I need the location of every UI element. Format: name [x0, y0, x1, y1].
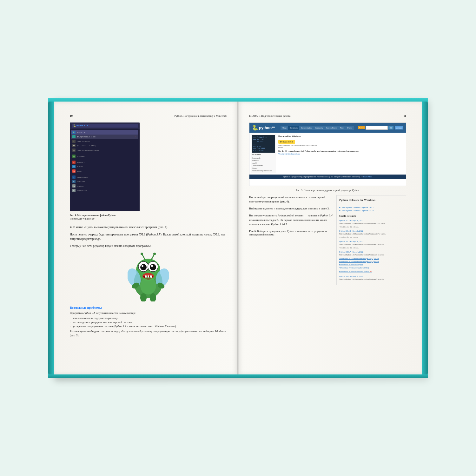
screenshot-title: 🐍 Python 3.10: [72, 124, 138, 128]
book-bottom-edge: [48, 374, 428, 378]
search-input[interactable]: [366, 126, 388, 130]
start-menu-item-scribus: Sc Scribus 1.4.6: [71, 179, 138, 184]
simplyges-grid-label: Simplyges Grid: [77, 190, 87, 191]
nav-community[interactable]: Community: [313, 126, 325, 130]
download-note-1: Note that Python 3.9+ cannot be used on …: [278, 144, 404, 147]
latest-python2-link[interactable]: ▪ Latest Python 2 Release - Python 2.7.1…: [339, 209, 403, 212]
svg-point-22: [153, 253, 156, 255]
py64-icon: P: [72, 140, 76, 143]
python-31006-link[interactable]: Python 3.10.6 - Aug. 2, 2022: [339, 275, 403, 278]
python-31007-note: Note that Python 3.10.7 cannot be used o…: [339, 254, 403, 256]
windows-text: Windows: [215, 330, 225, 333]
moddocs-label: Python 3.10 Module Docs (64-bit): [77, 149, 99, 151]
problem-2: несовпадение с разрядностью или версией …: [70, 320, 227, 324]
start-menu-screenshot: 🐍 Python 3.10 🐍 Python 3.10 I IDLE (Pyth…: [70, 122, 140, 211]
stable-releases-title: Stable Releases: [339, 214, 403, 218]
idle-text: IDLE: [139, 233, 145, 236]
svg-point-7: [151, 265, 153, 267]
download-embed64-link[interactable]: • Download Windows embeddable package (6…: [339, 260, 403, 263]
menu-divider-1: [72, 153, 137, 153]
python-3814-link[interactable]: Python 3.8.14 - Sept. 6, 2022: [339, 229, 403, 233]
raspberry-label: Raspberry Pi: [77, 162, 85, 163]
manuals-icon: M: [72, 144, 76, 147]
download-installer32-link[interactable]: • Download Windows installer (32-bit): [339, 267, 403, 269]
python-3814-note: Note that Python 3.8.14 cannot be used o…: [339, 233, 403, 235]
alternative-item[interactable]: Alternative Implementations: [252, 169, 275, 172]
python-italic-1: Python: [278, 214, 286, 217]
book-left-spine: [48, 102, 54, 374]
problems-conclusion: В этом случае необходимо открыть вкладку…: [70, 329, 227, 338]
python-3714-link[interactable]: Python 3.7.14 - Sept. 6, 2022: [339, 219, 403, 222]
samsung-label: Samsung Printers: [77, 176, 88, 178]
socialize-button[interactable]: socialize: [395, 126, 403, 129]
fig6-caption-bold: Рис. 6.: [249, 230, 256, 233]
step4-intro: В меню «Пуск» вы можете увидеть иконки н…: [73, 226, 168, 229]
search-button[interactable]: GO: [388, 126, 393, 129]
code-line-6: >>> fib(10000: [253, 147, 274, 149]
learn-more-link[interactable]: Learn More: [363, 176, 372, 178]
idle-arrow: ←: [135, 136, 137, 138]
step4-para2: Теперь у нас есть редактор кода и можно …: [70, 244, 227, 248]
donate-button[interactable]: Donate: [358, 126, 365, 129]
nav-news[interactable]: News: [339, 126, 346, 130]
source-code-item[interactable]: Source code: [252, 157, 275, 159]
other-platforms-item[interactable]: Other Platforms: [252, 164, 275, 167]
code-display: >>> Python 3... >>> def fib( ... while t…: [252, 135, 275, 153]
python-3814-no-files: • No files for this release.: [339, 236, 403, 239]
windows-item[interactable]: Windows: [252, 159, 275, 162]
download-help-link[interactable]: • Download Windows help file: [339, 263, 403, 266]
problems-intro: Программа Python 3.X не устанавливается …: [70, 311, 227, 315]
problem-1: имя пользователя содержит кириллицу;: [70, 316, 227, 320]
fig4-caption-bold: Рис. 4. Месторасположение файлов Python.: [70, 214, 116, 217]
view-list-link[interactable]: View the full list of downloads.: [278, 153, 404, 155]
simplyges-label: Simplyges: [77, 185, 83, 187]
nav-documentation[interactable]: Documentation: [299, 126, 313, 130]
nav-downloads[interactable]: Downloads: [288, 126, 299, 130]
idle-icon: I: [72, 135, 76, 138]
step4-number: 4.: [70, 225, 72, 229]
body-para-1: После выбора операционной системы появит…: [249, 195, 333, 204]
nav-about[interactable]: About: [281, 126, 288, 130]
download-installer64-link[interactable]: • Download Windows installer (64-bit): [339, 270, 403, 274]
screenshot-header: 🐍 Python 3.10: [70, 122, 140, 129]
stable-releases-section: Stable Releases Python 3.7.14 - Sept. 6,…: [339, 214, 403, 280]
license-item[interactable]: License: [252, 167, 275, 169]
svg-point-18: [140, 277, 156, 294]
step4-para1: Нас в первую очередь будет интересовать …: [70, 232, 227, 241]
python-logo: 🐍 python™: [252, 125, 275, 131]
book-right-spine: [422, 102, 428, 374]
nav-links: About Downloads Documentation Community …: [281, 126, 354, 130]
python-footer: Python is a programming language that le…: [249, 175, 406, 179]
latest-python3-link[interactable]: ▪ Latest Python 3 Release - Python 3.10.…: [339, 206, 403, 209]
start-menu-item-manuals: M Python 3.10 Manuals (64-bit): [71, 143, 138, 148]
left-page: 10 Python. Погружение в математику с Min…: [54, 102, 238, 374]
fig5-caption: Рис. 5. Поиск и установка других версий …: [249, 188, 406, 192]
start-menu-panel: 🐍 Python 3.10 I IDLE (Python 3.10 64-bit…: [70, 129, 140, 211]
win-download-title: Download for Windows: [278, 135, 404, 137]
svg-point-6: [142, 265, 143, 267]
python3x-problems: Python 3.X: [83, 311, 96, 314]
python-icon: 🐍: [72, 131, 76, 134]
right-page-title: ГЛАВА 1. Подготовительная работа: [249, 114, 290, 117]
python-logo-small: 🐍 Python 3.10: [73, 124, 88, 127]
nav-success[interactable]: Success Stories: [325, 126, 339, 130]
start-menu-item-roblox: Rb Roblox: [71, 169, 138, 173]
fig6-caption: Рис. 6. Выбираем нужную версию Python в …: [249, 229, 333, 236]
all-releases-title: All releases: [252, 154, 275, 156]
macos-item[interactable]: macOS: [252, 162, 275, 164]
raspberry-icon: R: [72, 161, 76, 164]
download-embed32-link[interactable]: • Download Windows embeddable package (3…: [339, 257, 403, 260]
python-3914-link[interactable]: Python 3.9.14 - Sept. 6, 2022: [339, 240, 403, 243]
code-line-3: ... while t: [253, 141, 274, 143]
left-page-title: Python. Погружение в математику с Minecr…: [175, 114, 227, 117]
right-content-area: После выбора операционной системы появит…: [249, 195, 406, 285]
python-3914-note: Note that Python 3.9.14 cannot be used o…: [339, 243, 403, 246]
right-page-number: 11: [403, 114, 406, 117]
idle-text-2: IDLE: [213, 233, 219, 236]
start-menu-item-simplyges: Sg Simplyges: [71, 184, 138, 188]
idle-label: IDLE (Python 3.10 64-bit): [77, 136, 96, 138]
python-3914-no-files: • No files for this release.: [339, 247, 403, 249]
python-31007-link[interactable]: Python 3.10.7 - Sept. 4, 2022: [339, 250, 403, 254]
realvnc-label: RealVNC: [77, 166, 83, 168]
nav-events[interactable]: Events: [346, 126, 354, 130]
